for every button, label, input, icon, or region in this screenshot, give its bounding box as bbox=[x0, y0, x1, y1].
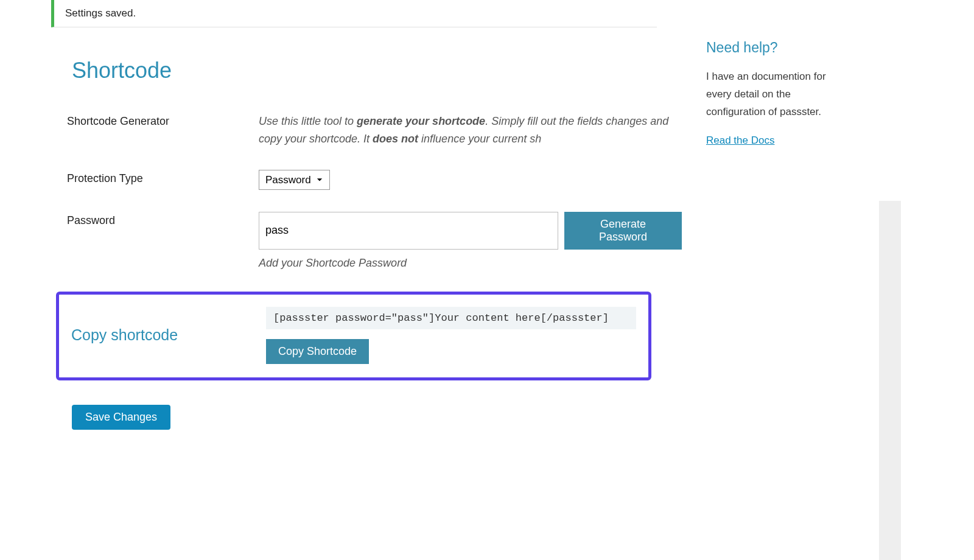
save-changes-button[interactable]: Save Changes bbox=[72, 405, 170, 430]
row-password: Password Generate Password Add your Shor… bbox=[67, 212, 682, 270]
shortcode-code[interactable]: [passster password="pass"]Your content h… bbox=[266, 307, 636, 329]
page-root: Settings saved. Shortcode Shortcode Gene… bbox=[0, 0, 974, 454]
control-password: Generate Password Add your Shortcode Pas… bbox=[259, 212, 682, 270]
desc-strong2: does not bbox=[373, 133, 418, 145]
label-password: Password bbox=[67, 212, 259, 227]
sidebar-column: Need help? I have an documention for eve… bbox=[706, 40, 846, 147]
sidebar-text: I have an documention for every detail o… bbox=[706, 68, 846, 121]
password-help-text: Add your Shortcode Password bbox=[259, 257, 682, 270]
notice-text: Settings saved. bbox=[65, 7, 136, 19]
control-generator: Use this little tool to generate your sh… bbox=[259, 113, 682, 148]
control-protection-type: Password bbox=[259, 170, 682, 190]
copy-shortcode-content: [passster password="pass"]Your content h… bbox=[266, 307, 636, 364]
content-row: Shortcode Shortcode Generator Use this l… bbox=[67, 40, 846, 430]
section-title: Shortcode bbox=[72, 58, 682, 83]
settings-saved-notice: Settings saved. bbox=[51, 0, 657, 27]
copy-shortcode-box: Copy shortcode [passster password="pass"… bbox=[56, 292, 651, 380]
row-generator: Shortcode Generator Use this little tool… bbox=[67, 113, 682, 148]
main-column: Shortcode Shortcode Generator Use this l… bbox=[67, 40, 682, 430]
row-protection-type: Protection Type Password bbox=[67, 170, 682, 190]
copy-shortcode-button[interactable]: Copy Shortcode bbox=[266, 339, 369, 364]
right-grey-strip bbox=[879, 201, 901, 454]
generate-password-button[interactable]: Generate Password bbox=[564, 212, 682, 250]
label-protection-type: Protection Type bbox=[67, 170, 259, 185]
sidebar-title: Need help? bbox=[706, 40, 846, 56]
main-wrap: Settings saved. Shortcode Shortcode Gene… bbox=[12, 0, 846, 430]
protection-type-select[interactable]: Password bbox=[259, 170, 330, 190]
read-docs-link[interactable]: Read the Docs bbox=[706, 135, 774, 146]
generator-description: Use this little tool to generate your sh… bbox=[259, 113, 682, 148]
desc-post: influence your current sh bbox=[418, 133, 541, 145]
copy-shortcode-label: Copy shortcode bbox=[71, 326, 266, 344]
password-line: Generate Password bbox=[259, 212, 682, 250]
password-input[interactable] bbox=[259, 212, 558, 250]
desc-pre: Use this little tool to bbox=[259, 115, 357, 127]
label-generator: Shortcode Generator bbox=[67, 113, 259, 128]
left-gutter bbox=[0, 0, 12, 430]
desc-strong1: generate your shortcode bbox=[357, 115, 485, 127]
